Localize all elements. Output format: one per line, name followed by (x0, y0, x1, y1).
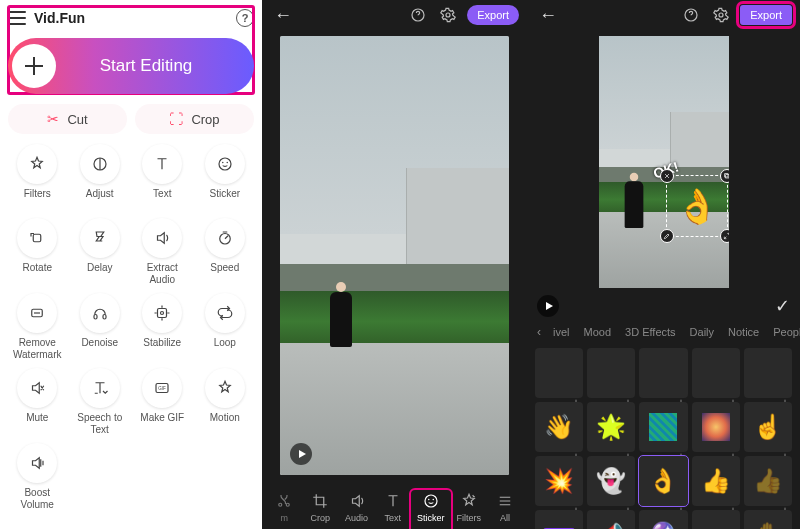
download-icon (676, 494, 686, 504)
sticker-s16[interactable]: SALE (535, 510, 583, 529)
sticker-s13[interactable]: 👌 (639, 456, 687, 506)
help-icon[interactable] (407, 4, 429, 26)
download-icon (676, 440, 686, 450)
toolbar-audio[interactable]: Audio (339, 488, 375, 527)
tool-label: Speed (210, 262, 239, 284)
tool-rotate[interactable]: Rotate (8, 218, 67, 285)
back-icon[interactable]: ← (270, 5, 296, 26)
tool-loop[interactable]: Loop (196, 293, 255, 360)
tab-daily[interactable]: Daily (690, 326, 714, 338)
start-editing-button[interactable]: Start Editing (8, 38, 254, 94)
sticker-s6[interactable]: 👋 (535, 402, 583, 452)
tool-boost-volume[interactable]: BoostVolume (8, 443, 67, 510)
download-icon (623, 386, 633, 396)
sticker-s5[interactable] (744, 348, 792, 398)
copy-handle-icon[interactable] (720, 169, 728, 183)
crop-button[interactable]: ⛶ Crop (135, 104, 254, 134)
sticker-s3[interactable] (639, 348, 687, 398)
tab-ivel[interactable]: ivel (553, 326, 570, 338)
trim-icon (275, 492, 293, 510)
sticker-header: ← Export (527, 0, 800, 30)
sticker-s20[interactable]: ✋ (744, 510, 792, 529)
tool-text[interactable]: Text (133, 144, 192, 210)
toolbar-sticker[interactable]: Sticker (411, 486, 451, 527)
tool-motion[interactable]: Motion (196, 368, 255, 435)
sticker-s11[interactable]: 💥 (535, 456, 583, 506)
settings-icon[interactable] (710, 4, 732, 26)
toolbar-trim[interactable]: m (266, 488, 302, 527)
export-button[interactable]: Export (740, 5, 792, 25)
tab-3d-effects[interactable]: 3D Effects (625, 326, 676, 338)
help-icon[interactable] (680, 4, 702, 26)
play-icon[interactable] (290, 443, 312, 465)
tool-make-gif[interactable]: GIFMake GIF (133, 368, 192, 435)
toolbar-text[interactable]: Text (375, 488, 411, 527)
mute-icon (17, 368, 57, 408)
sticker-selection-box[interactable]: OK! 👌 (666, 175, 728, 237)
sticker-s9[interactable] (692, 402, 740, 452)
sticker-s10[interactable]: ☝️ (744, 402, 792, 452)
play-icon[interactable] (537, 295, 559, 317)
tool-filters[interactable]: Filters (8, 144, 67, 210)
sticker-s12[interactable]: 👻 (587, 456, 635, 506)
video-preview-small[interactable]: OK! 👌 (599, 36, 729, 288)
tool-remove-watermark[interactable]: RemoveWatermark (8, 293, 67, 360)
tool-speed[interactable]: Speed (196, 218, 255, 285)
export-button[interactable]: Export (467, 5, 519, 25)
tool-label: Text (153, 188, 171, 210)
confirm-icon[interactable]: ✓ (775, 295, 790, 317)
svg-rect-8 (103, 315, 106, 320)
sticker-s8[interactable] (639, 402, 687, 452)
download-icon (571, 440, 581, 450)
tool-extract-audio[interactable]: ExtractAudio (133, 218, 192, 285)
help-icon[interactable]: ? (236, 9, 254, 27)
editor-panel: ← Export mCropAudioTextStickerFiltersAll (262, 0, 527, 529)
motion-icon (205, 368, 245, 408)
tool-speech-to-text[interactable]: Speech toText (71, 368, 130, 435)
cut-button[interactable]: ✂ Cut (8, 104, 127, 134)
sticker-s15[interactable]: 👍 (744, 456, 792, 506)
speed-icon (205, 218, 245, 258)
tool-delay[interactable]: Delay (71, 218, 130, 285)
tabs-scroll-left-icon[interactable]: ‹ (537, 325, 541, 339)
boost-volume-icon (17, 443, 57, 483)
toolbar-label: Filters (456, 513, 481, 523)
svg-point-17 (425, 495, 437, 507)
toolbar-crop[interactable]: Crop (302, 488, 338, 527)
tool-adjust[interactable]: Adjust (71, 144, 130, 210)
sticker-s17[interactable]: 📣 (587, 510, 635, 529)
sticker-s14[interactable]: 👍 (692, 456, 740, 506)
tool-denoise[interactable]: Denoise (71, 293, 130, 360)
sticker-s4[interactable] (692, 348, 740, 398)
settings-icon[interactable] (437, 4, 459, 26)
audio-icon (348, 492, 366, 510)
back-icon[interactable]: ← (535, 5, 561, 26)
toolbar-all[interactable]: All (487, 488, 523, 527)
resize-handle-icon[interactable] (720, 229, 728, 243)
tool-stabilize[interactable]: Stabilize (133, 293, 192, 360)
delete-handle-icon[interactable] (660, 169, 674, 183)
download-icon (623, 440, 633, 450)
sticker-s19[interactable]: ▪ (692, 510, 740, 529)
tool-sticker[interactable]: Sticker (196, 144, 255, 210)
sticker-s18[interactable]: 🔮 (639, 510, 687, 529)
tab-notice[interactable]: Notice (728, 326, 759, 338)
video-preview[interactable] (280, 36, 509, 475)
tab-people[interactable]: People (773, 326, 800, 338)
preview-subject (622, 173, 648, 239)
sticker-s1[interactable] (535, 348, 583, 398)
svg-rect-4 (34, 234, 42, 242)
menu-icon[interactable] (8, 11, 26, 25)
tab-mood[interactable]: Mood (584, 326, 612, 338)
tool-label: Rotate (23, 262, 52, 284)
tool-mute[interactable]: Mute (8, 368, 67, 435)
tool-label: Mute (26, 412, 48, 434)
edit-handle-icon[interactable] (660, 229, 674, 243)
sticker-s7[interactable]: 🌟 (587, 402, 635, 452)
toolbar-filters[interactable]: Filters (451, 488, 487, 527)
svg-text:GIF: GIF (159, 386, 167, 391)
tool-label: BoostVolume (21, 487, 54, 510)
plus-icon (12, 44, 56, 88)
sticker-s2[interactable] (587, 348, 635, 398)
svg-rect-23 (725, 173, 728, 176)
